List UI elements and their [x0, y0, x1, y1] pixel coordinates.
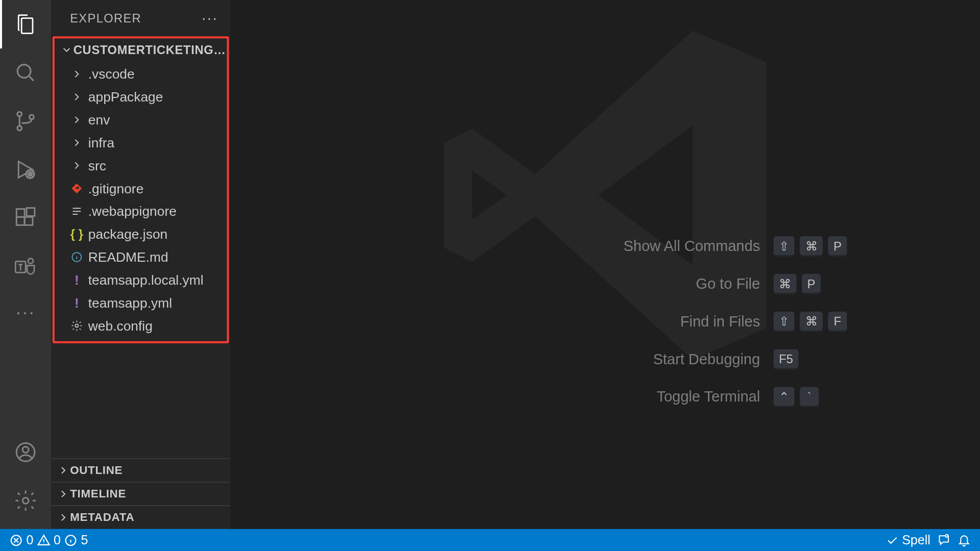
keycap: P: [828, 236, 847, 257]
file-row[interactable]: !teamsapp.local.yml: [55, 268, 227, 291]
keycap: ⌘: [800, 236, 823, 257]
file-name: package.json: [88, 227, 167, 242]
activity-extensions[interactable]: [0, 194, 51, 242]
svg-rect-8: [27, 208, 35, 216]
file-row[interactable]: !teamsapp.yml: [55, 291, 227, 314]
shortcut-row: Show All Commands⇧⌘P: [350, 236, 861, 257]
keycap: ⇧: [774, 312, 795, 332]
activity-accounts[interactable]: [0, 428, 51, 477]
explorer-title: EXPLORER: [70, 11, 141, 26]
status-info-count: 5: [81, 533, 88, 548]
project-header[interactable]: CUSTOMERTICKETINGT…: [55, 38, 227, 61]
file-name: teamsapp.local.yml: [88, 272, 204, 288]
keycap: ⌘: [800, 312, 823, 332]
svg-point-0: [17, 65, 31, 78]
status-feedback[interactable]: [937, 534, 950, 547]
outline-section[interactable]: OUTLINE: [51, 458, 230, 482]
folder-row[interactable]: env: [55, 108, 227, 131]
project-highlight: CUSTOMERTICKETINGT… .vscodeappPackageenv…: [53, 36, 229, 343]
file-name: README.md: [88, 249, 168, 265]
activity-search[interactable]: [0, 48, 51, 97]
folder-name: src: [88, 158, 106, 173]
svg-point-15: [75, 324, 78, 327]
chevron-right-icon: [57, 511, 70, 523]
svg-rect-5: [16, 217, 24, 225]
file-row[interactable]: README.md: [55, 245, 227, 268]
chevron-right-icon: [69, 160, 84, 172]
status-notifications[interactable]: [958, 534, 971, 547]
feedback-icon: [937, 534, 950, 547]
keycap: `: [800, 387, 819, 407]
svg-point-10: [28, 258, 33, 263]
status-errors-count: 0: [26, 533, 33, 548]
status-bar: 0 0 5 Spell: [0, 529, 980, 551]
keycap: F: [828, 312, 847, 332]
editor-area: Show All Commands⇧⌘PGo to File⌘PFind in …: [230, 0, 980, 529]
folder-row[interactable]: .vscode: [55, 63, 227, 86]
shortcut-keys: ⇧⌘F: [774, 312, 861, 332]
check-icon: [885, 534, 898, 547]
svg-point-13: [22, 497, 29, 504]
outline-label: OUTLINE: [70, 464, 122, 477]
svg-point-1: [17, 112, 22, 116]
folder-row[interactable]: src: [55, 154, 227, 177]
keycap: ⌃: [774, 387, 795, 407]
explorer-sidebar: EXPLORER ··· CUSTOMERTICKETINGT… .vscode…: [51, 0, 230, 529]
folder-name: .vscode: [88, 66, 135, 82]
shortcut-label: Start Debugging: [350, 350, 761, 368]
shortcut-row: Toggle Terminal⌃`: [350, 387, 861, 407]
file-name: teamsapp.yml: [88, 295, 172, 310]
metadata-label: METADATA: [70, 511, 134, 524]
shortcut-row: Go to File⌘P: [350, 274, 861, 294]
chevron-right-icon: [57, 488, 70, 500]
info-icon: [64, 534, 78, 547]
welcome-shortcuts: Show All Commands⇧⌘PGo to File⌘PFind in …: [350, 236, 861, 407]
shortcut-row: Find in Files⇧⌘F: [350, 312, 861, 332]
svg-point-18: [945, 535, 948, 537]
status-problems[interactable]: 0 0 5: [9, 533, 88, 548]
activity-settings[interactable]: [0, 477, 51, 525]
keycap: ⌘: [774, 274, 797, 294]
activity-teams-toolkit[interactable]: [0, 242, 51, 291]
shortcut-row: Start DebuggingF5: [350, 349, 861, 370]
info-file-icon: [69, 251, 84, 263]
file-row[interactable]: { }package.json: [55, 223, 227, 246]
status-spell-label: Spell: [902, 533, 930, 548]
svg-point-2: [17, 126, 22, 131]
chevron-right-icon: [57, 464, 70, 477]
activity-run-debug[interactable]: [0, 145, 51, 194]
explorer-header: EXPLORER ···: [51, 0, 230, 36]
chevron-down-icon: [60, 44, 73, 56]
chevron-right-icon: [69, 68, 84, 80]
folder-row[interactable]: infra: [55, 131, 227, 154]
metadata-section[interactable]: METADATA: [51, 506, 230, 529]
file-row[interactable]: web.config: [55, 314, 227, 337]
status-spell[interactable]: Spell: [885, 533, 930, 548]
svg-point-3: [30, 115, 34, 119]
file-name: .gitignore: [88, 181, 144, 196]
shortcut-label: Toggle Terminal: [350, 388, 761, 406]
keycap: P: [802, 274, 821, 294]
git-file-icon: [69, 182, 84, 194]
timeline-section[interactable]: TIMELINE: [51, 482, 230, 505]
status-warnings-count: 0: [54, 533, 61, 548]
chevron-right-icon: [69, 114, 84, 126]
activity-explorer[interactable]: [0, 0, 51, 48]
shortcut-keys: ⌃`: [774, 387, 861, 407]
activity-bar: ···: [0, 0, 51, 529]
folder-name: env: [88, 112, 110, 128]
chevron-right-icon: [69, 91, 84, 103]
svg-rect-6: [24, 217, 33, 225]
bang-file-icon: !: [69, 295, 84, 310]
activity-source-control[interactable]: [0, 97, 51, 145]
activity-overflow[interactable]: ···: [0, 291, 51, 334]
file-row[interactable]: .gitignore: [55, 177, 227, 200]
explorer-more-icon[interactable]: ···: [202, 9, 218, 27]
bang-file-icon: !: [69, 272, 84, 288]
gear-file-icon: [69, 320, 84, 332]
folder-row[interactable]: appPackage: [55, 86, 227, 109]
file-row[interactable]: .webappignore: [55, 200, 227, 223]
shortcut-label: Show All Commands: [350, 238, 761, 255]
keycap: ⇧: [774, 236, 795, 257]
shortcut-label: Go to File: [350, 275, 761, 292]
